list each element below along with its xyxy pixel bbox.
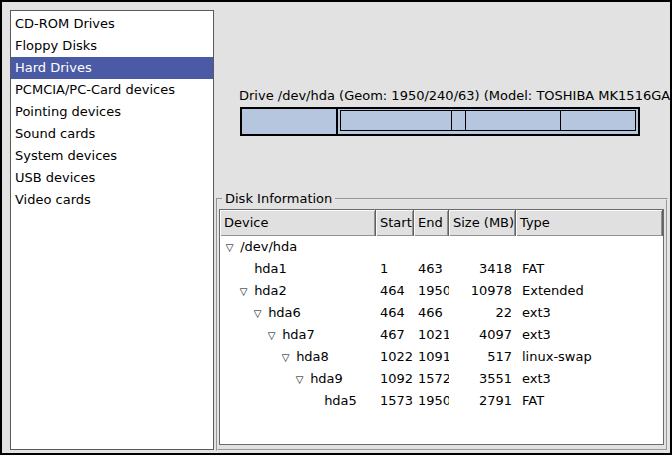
partition-divider (560, 111, 561, 130)
size-cell: 517 (449, 346, 516, 368)
hardware-browser-window: CD-ROM DrivesFloppy DisksHard DrivesPCMC… (0, 0, 672, 455)
device-label: hda7 (278, 327, 315, 342)
end-cell: 1950 (414, 280, 449, 302)
expander-open-icon[interactable]: ▽ (223, 237, 236, 258)
device-cell: ▽ hda7 (220, 324, 376, 346)
device-cell: ▽ hda6 (220, 302, 376, 324)
device-label: hda1 (250, 261, 287, 276)
expander-open-icon[interactable]: ▽ (237, 281, 250, 302)
start-cell: 464 (376, 280, 414, 302)
sidebar-item-pointing-devices[interactable]: Pointing devices (11, 101, 213, 123)
tree-indent (223, 272, 237, 273)
end-cell: 1091 (414, 346, 449, 368)
end-cell: 1572 (414, 368, 449, 390)
type-cell: FAT (516, 390, 663, 412)
tree-indent (223, 404, 307, 405)
table-row-hda6[interactable]: ▽ hda646446622ext3 (220, 302, 663, 324)
size-cell: 3551 (449, 368, 516, 390)
end-cell (414, 236, 449, 258)
sidebar-item-pcmcia-pc-card-devices[interactable]: PCMCIA/PC-Card devices (11, 79, 213, 101)
device-label: hda8 (292, 349, 329, 364)
table-row-dev-hda[interactable]: ▽ /dev/hda (220, 236, 663, 258)
drive-title: Drive /dev/hda (Geom: 1950/240/63) (Mode… (239, 88, 672, 103)
type-cell: ext3 (516, 368, 663, 390)
column-header-start[interactable]: Start (376, 210, 414, 236)
device-cell: ▽ /dev/hda (220, 236, 376, 258)
type-cell: ext3 (516, 324, 663, 346)
sidebar-item-video-cards[interactable]: Video cards (11, 189, 213, 211)
table-row-hda8[interactable]: ▽ hda810221091517linux-swap (220, 346, 663, 368)
size-cell (449, 236, 516, 258)
device-category-list[interactable]: CD-ROM DrivesFloppy DisksHard DrivesPCMC… (10, 10, 214, 450)
size-cell: 2791 (449, 390, 516, 412)
expander-open-icon[interactable]: ▽ (251, 303, 264, 324)
column-header-size-mb[interactable]: Size (MB) (449, 210, 516, 236)
type-cell (516, 236, 663, 258)
disk-information-table[interactable]: DeviceStartEndSize (MB)Type ▽ /dev/hda h… (219, 209, 664, 445)
partition-bar-logicals (340, 110, 636, 131)
table-row-hda7[interactable]: ▽ hda746710214097ext3 (220, 324, 663, 346)
sidebar-item-hard-drives[interactable]: Hard Drives (11, 57, 213, 79)
end-cell: 463 (414, 258, 449, 280)
partition-divider (465, 111, 466, 130)
disk-information-legend: Disk Information (222, 191, 335, 206)
size-cell: 4097 (449, 324, 516, 346)
sidebar-item-cd-rom-drives[interactable]: CD-ROM Drives (11, 13, 213, 35)
table-body: ▽ /dev/hda hda114633418FAT▽ hda246419501… (220, 236, 663, 412)
size-cell: 10978 (449, 280, 516, 302)
table-row-hda5[interactable]: hda5157319502791FAT (220, 390, 663, 412)
device-cell: ▽ hda9 (220, 368, 376, 390)
end-cell: 1021 (414, 324, 449, 346)
table-row-hda2[interactable]: ▽ hda2464195010978Extended (220, 280, 663, 302)
device-label: /dev/hda (236, 239, 297, 254)
tree-indent (223, 360, 279, 361)
start-cell: 1573 (376, 390, 414, 412)
device-cell: ▽ hda8 (220, 346, 376, 368)
expander-open-icon[interactable]: ▽ (279, 347, 292, 368)
device-cell: ▽ hda2 (220, 280, 376, 302)
table-row-hda1[interactable]: hda114633418FAT (220, 258, 663, 280)
expander-open-icon[interactable]: ▽ (265, 325, 278, 346)
sidebar-item-usb-devices[interactable]: USB devices (11, 167, 213, 189)
expander-open-icon[interactable]: ▽ (293, 369, 306, 390)
size-cell: 3418 (449, 258, 516, 280)
device-cell: hda5 (220, 390, 376, 412)
type-cell: FAT (516, 258, 663, 280)
device-label: hda6 (264, 305, 301, 320)
start-cell (376, 236, 414, 258)
sidebar-item-floppy-disks[interactable]: Floppy Disks (11, 35, 213, 57)
type-cell: ext3 (516, 302, 663, 324)
type-cell: linux-swap (516, 346, 663, 368)
column-header-end[interactable]: End (414, 210, 449, 236)
tree-indent (223, 294, 237, 295)
start-cell: 1 (376, 258, 414, 280)
tree-indent (223, 382, 293, 383)
table-row-hda9[interactable]: ▽ hda9109215723551ext3 (220, 368, 663, 390)
start-cell: 1022 (376, 346, 414, 368)
column-header-type[interactable]: Type (516, 210, 663, 236)
sidebar-item-system-devices[interactable]: System devices (11, 145, 213, 167)
end-cell: 466 (414, 302, 449, 324)
partition-divider (451, 111, 452, 130)
tree-indent (223, 316, 251, 317)
sidebar-item-sound-cards[interactable]: Sound cards (11, 123, 213, 145)
end-cell: 1950 (414, 390, 449, 412)
start-cell: 464 (376, 302, 414, 324)
partition-bar (240, 107, 640, 136)
device-label: hda2 (250, 283, 287, 298)
table-header-row: DeviceStartEndSize (MB)Type (220, 210, 663, 236)
start-cell: 467 (376, 324, 414, 346)
partition-bar-extended-hda2 (336, 109, 638, 134)
device-label: hda5 (320, 393, 357, 408)
column-header-device[interactable]: Device (220, 210, 376, 236)
type-cell: Extended (516, 280, 663, 302)
size-cell: 22 (449, 302, 516, 324)
device-cell: hda1 (220, 258, 376, 280)
device-label: hda9 (306, 371, 343, 386)
start-cell: 1092 (376, 368, 414, 390)
tree-indent (223, 338, 265, 339)
